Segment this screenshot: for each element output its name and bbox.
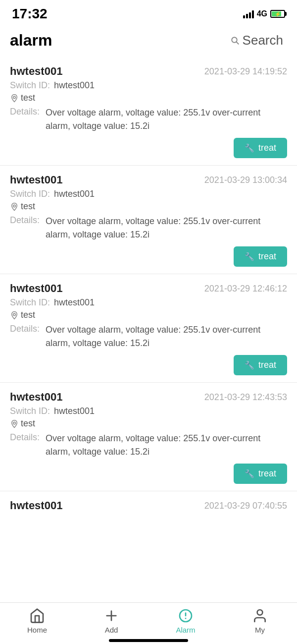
alarm-timestamp: 2021-03-29 13:00:34 (204, 175, 287, 185)
switch-value: hwtest001 (54, 297, 95, 308)
signal-icon (243, 9, 254, 18)
device-name: hwtest001 (10, 65, 62, 78)
my-icon (252, 608, 268, 624)
header: alarm Search (0, 26, 297, 57)
treat-label: treat (258, 360, 276, 370)
alarm-timestamp: 2021-03-29 12:43:53 (204, 392, 287, 403)
location-pin-icon (10, 311, 19, 320)
alarm-timestamp: 2021-03-29 14:19:52 (204, 66, 287, 77)
switch-label: Switch ID: (10, 297, 50, 308)
page-title: alarm (10, 31, 52, 50)
alarm-row-action: 🔧 treat (10, 464, 287, 484)
alarm-row-top: hwtest001 2021-03-29 12:46:12 (10, 282, 287, 295)
treat-button[interactable]: 🔧 treat (234, 355, 287, 375)
search-button[interactable]: Search (227, 31, 287, 50)
search-label: Search (243, 33, 283, 48)
alarm-row-details: Details: Over voltage alarm, voltage val… (10, 323, 287, 350)
nav-item-add[interactable]: Add (74, 608, 148, 634)
alarm-row-switch: Switch ID: hwtest001 (10, 406, 287, 416)
battery-icon: ⚡ (270, 10, 285, 18)
alarm-row-switch: Switch ID: hwtest001 (10, 80, 287, 91)
treat-label: treat (258, 251, 276, 262)
device-name: hwtest001 (10, 282, 62, 295)
alarm-item: hwtest001 2021-03-29 13:00:34 Switch ID:… (0, 166, 297, 274)
alarm-icon (178, 608, 194, 624)
alarm-row-top: hwtest001 2021-03-29 13:00:34 (10, 174, 287, 186)
location-pin-icon (10, 419, 19, 428)
details-text: Over voltage alarm, voltage value: 255.1… (46, 323, 287, 350)
details-text: Over voltage alarm, voltage value: 255.1… (46, 106, 287, 133)
status-icons: 4G ⚡ (243, 9, 285, 18)
location-text: test (21, 201, 35, 212)
nav-label-my: My (255, 626, 265, 634)
nav-label-home: Home (27, 626, 47, 634)
alarm-row-action: 🔧 treat (10, 138, 287, 158)
treat-button[interactable]: 🔧 treat (234, 138, 287, 158)
alarm-row-action: 🔧 treat (10, 246, 287, 267)
alarm-row-details: Details: Over voltage alarm, voltage val… (10, 215, 287, 241)
device-name: hwtest001 (10, 499, 62, 512)
details-label: Details: (10, 106, 42, 117)
svg-point-5 (13, 422, 16, 424)
alarm-list: hwtest001 2021-03-29 14:19:52 Switch ID:… (0, 57, 297, 602)
status-time: 17:32 (12, 6, 48, 22)
location-pin-icon (10, 202, 19, 211)
treat-button[interactable]: 🔧 treat (234, 464, 287, 484)
alarm-item: hwtest001 2021-03-29 12:43:53 Switch ID:… (0, 383, 297, 491)
device-name: hwtest001 (10, 174, 62, 186)
treat-icon: 🔧 (245, 469, 254, 478)
treat-icon: 🔧 (245, 143, 254, 153)
home-icon (29, 608, 45, 624)
svg-line-1 (236, 42, 238, 44)
alarm-timestamp: 2021-03-29 12:46:12 (204, 284, 287, 294)
location-text: test (21, 418, 35, 429)
treat-label: treat (258, 468, 276, 479)
switch-label: Switch ID: (10, 80, 50, 91)
bottom-nav: Home Add Alarm My (0, 602, 297, 636)
alarm-item: hwtest001 2021-03-29 14:19:52 Switch ID:… (0, 57, 297, 166)
alarm-item: hwtest001 2021-03-29 12:46:12 Switch ID:… (0, 274, 297, 383)
alarm-row-top: hwtest001 2021-03-29 12:43:53 (10, 391, 287, 404)
switch-label: Switch ID: (10, 406, 50, 416)
details-label: Details: (10, 432, 42, 443)
alarm-row-top: hwtest001 2021-03-29 14:19:52 (10, 65, 287, 78)
nav-label-alarm: Alarm (176, 626, 195, 634)
home-indicator (109, 639, 188, 642)
alarm-row-location: test (10, 201, 287, 212)
details-label: Details: (10, 215, 42, 226)
alarm-row-location: test (10, 310, 287, 320)
details-label: Details: (10, 323, 42, 334)
treat-icon: 🔧 (245, 252, 254, 261)
status-bar: 17:32 4G ⚡ (0, 0, 297, 26)
device-name: hwtest001 (10, 391, 62, 404)
alarm-row-action: 🔧 treat (10, 355, 287, 375)
alarm-item: hwtest001 2021-03-29 07:40:55 (0, 491, 297, 518)
alarm-timestamp: 2021-03-29 07:40:55 (204, 501, 287, 511)
details-text: Over voltage alarm, voltage value: 255.1… (46, 215, 287, 241)
location-text: test (21, 93, 35, 103)
nav-item-alarm[interactable]: Alarm (148, 608, 223, 634)
add-icon (103, 608, 119, 624)
details-text: Over voltage alarm, voltage value: 255.1… (46, 432, 287, 459)
alarm-row-location: test (10, 93, 287, 103)
svg-point-4 (13, 313, 16, 316)
treat-button[interactable]: 🔧 treat (234, 246, 287, 267)
location-pin-icon (10, 94, 19, 103)
svg-point-3 (13, 205, 16, 207)
alarm-row-top: hwtest001 2021-03-29 07:40:55 (10, 499, 287, 512)
search-icon (231, 36, 240, 45)
nav-item-home[interactable]: Home (0, 608, 74, 634)
alarm-row-switch: Switch ID: hwtest001 (10, 189, 287, 199)
switch-value: hwtest001 (54, 189, 95, 199)
alarm-row-switch: Switch ID: hwtest001 (10, 297, 287, 308)
alarm-row-details: Details: Over voltage alarm, voltage val… (10, 432, 287, 459)
switch-label: Switch ID: (10, 189, 50, 199)
treat-label: treat (258, 143, 276, 153)
switch-value: hwtest001 (54, 406, 95, 416)
alarm-row-details: Details: Over voltage alarm, voltage val… (10, 106, 287, 133)
svg-point-11 (257, 610, 263, 615)
treat-icon: 🔧 (245, 360, 254, 370)
network-type: 4G (257, 9, 267, 18)
nav-item-my[interactable]: My (223, 608, 297, 634)
location-text: test (21, 310, 35, 320)
